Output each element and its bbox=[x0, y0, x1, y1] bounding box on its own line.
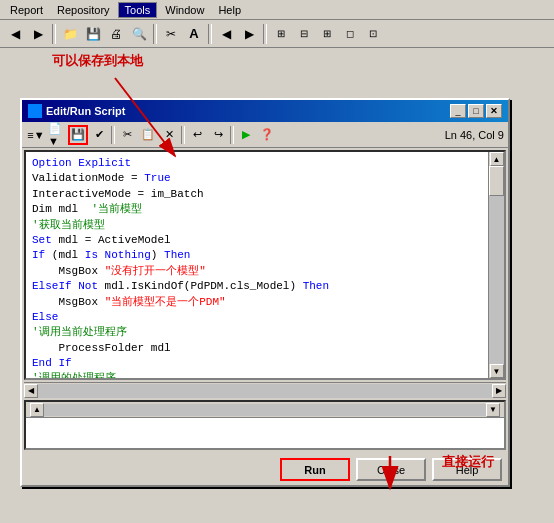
dtb-save[interactable]: 💾 bbox=[68, 125, 88, 145]
dtb-run[interactable]: ▶ bbox=[236, 125, 256, 145]
toolbar-b1[interactable]: ⊞ bbox=[270, 23, 292, 45]
dtb-sep2 bbox=[181, 126, 185, 144]
toolbar-left[interactable]: ◀ bbox=[215, 23, 237, 45]
run-button[interactable]: Run bbox=[280, 458, 350, 481]
dtb-help[interactable]: ❓ bbox=[257, 125, 277, 145]
main-toolbar: ◀ ▶ 📁 💾 🖨 🔍 ✂ A ◀ ▶ ⊞ ⊟ ⊞ ◻ ⊡ bbox=[0, 20, 554, 48]
dtb-redo[interactable]: ↪ bbox=[208, 125, 228, 145]
dialog-controls: _ □ ✕ bbox=[450, 104, 502, 118]
annotation-run: 直接运行 bbox=[442, 453, 494, 471]
scroll-down[interactable]: ▼ bbox=[490, 364, 504, 378]
toolbar-preview[interactable]: 🔍 bbox=[128, 23, 150, 45]
dtb-sep1 bbox=[111, 126, 115, 144]
code-scrollbar[interactable]: ▲ ▼ bbox=[488, 152, 504, 378]
scroll-right[interactable]: ▶ bbox=[492, 384, 506, 398]
dialog-icon bbox=[28, 104, 42, 118]
h-scrollbar[interactable]: ◀ ▶ bbox=[24, 382, 506, 398]
menu-window[interactable]: Window bbox=[159, 3, 210, 17]
out-scroll-up[interactable]: ▲ bbox=[30, 403, 44, 417]
dialog-title-text: Edit/Run Script bbox=[28, 104, 125, 118]
maximize-button[interactable]: □ bbox=[468, 104, 484, 118]
dialog-toolbar: ≡▼ 📄▼ 💾 ✔ ✂ 📋 ✕ ↩ ↪ ▶ ❓ Ln 46, Col 9 bbox=[22, 122, 508, 148]
toolbar-b4[interactable]: ◻ bbox=[339, 23, 361, 45]
dtb-check[interactable]: ✔ bbox=[89, 125, 109, 145]
toolbar-print[interactable]: 🖨 bbox=[105, 23, 127, 45]
dtb-arrow[interactable]: ≡▼ bbox=[26, 125, 46, 145]
sep3 bbox=[208, 24, 212, 44]
dtb-copy[interactable]: 📋 bbox=[138, 125, 158, 145]
toolbar-aa[interactable]: A bbox=[183, 23, 205, 45]
sep2 bbox=[153, 24, 157, 44]
scroll-thumb[interactable] bbox=[489, 166, 504, 196]
h-scroll-track[interactable] bbox=[38, 384, 492, 398]
main-area: 可以保存到本地 Edit/Run Script _ □ ✕ ≡▼ 📄▼ 💾 ✔ … bbox=[0, 48, 554, 523]
minimize-button[interactable]: _ bbox=[450, 104, 466, 118]
code-editor[interactable]: Option Explicit ValidationMode = True In… bbox=[24, 150, 506, 380]
toolbar-b2[interactable]: ⊟ bbox=[293, 23, 315, 45]
out-scroll-down[interactable]: ▼ bbox=[486, 403, 500, 417]
toolbar-open[interactable]: 📁 bbox=[59, 23, 81, 45]
scroll-up[interactable]: ▲ bbox=[490, 152, 504, 166]
close-dialog-button[interactable]: Close bbox=[356, 458, 426, 481]
toolbar-right[interactable]: ▶ bbox=[238, 23, 260, 45]
output-area: ▲ ▼ bbox=[24, 400, 506, 450]
toolbar-b3[interactable]: ⊞ bbox=[316, 23, 338, 45]
menu-report[interactable]: Report bbox=[4, 3, 49, 17]
toolbar-b5[interactable]: ⊡ bbox=[362, 23, 384, 45]
dialog-titlebar: Edit/Run Script _ □ ✕ bbox=[22, 100, 508, 122]
script-dialog: Edit/Run Script _ □ ✕ ≡▼ 📄▼ 💾 ✔ ✂ 📋 ✕ ↩ … bbox=[20, 98, 510, 487]
scroll-left[interactable]: ◀ bbox=[24, 384, 38, 398]
dtb-undo[interactable]: ↩ bbox=[187, 125, 207, 145]
toolbar-fwd[interactable]: ▶ bbox=[27, 23, 49, 45]
output-scrollbar[interactable]: ▲ ▼ bbox=[26, 402, 504, 418]
annotation-save: 可以保存到本地 bbox=[52, 52, 143, 70]
toolbar-save[interactable]: 💾 bbox=[82, 23, 104, 45]
menu-repository[interactable]: Repository bbox=[51, 3, 116, 17]
sep1 bbox=[52, 24, 56, 44]
dtb-new[interactable]: 📄▼ bbox=[47, 125, 67, 145]
menu-tools[interactable]: Tools bbox=[118, 2, 158, 18]
menu-help[interactable]: Help bbox=[212, 3, 247, 17]
dtb-delete[interactable]: ✕ bbox=[159, 125, 179, 145]
code-content[interactable]: Option Explicit ValidationMode = True In… bbox=[26, 152, 488, 378]
scroll-track[interactable] bbox=[489, 166, 504, 364]
toolbar-back[interactable]: ◀ bbox=[4, 23, 26, 45]
dialog-title-label: Edit/Run Script bbox=[46, 105, 125, 117]
out-track bbox=[44, 404, 486, 416]
menu-bar: Report Repository Tools Window Help bbox=[0, 0, 554, 20]
close-button[interactable]: ✕ bbox=[486, 104, 502, 118]
dialog-status: Ln 46, Col 9 bbox=[445, 129, 504, 141]
button-row: Run Close Help bbox=[22, 452, 508, 485]
toolbar-cut[interactable]: ✂ bbox=[160, 23, 182, 45]
dtb-sep3 bbox=[230, 126, 234, 144]
sep4 bbox=[263, 24, 267, 44]
dtb-cut[interactable]: ✂ bbox=[117, 125, 137, 145]
